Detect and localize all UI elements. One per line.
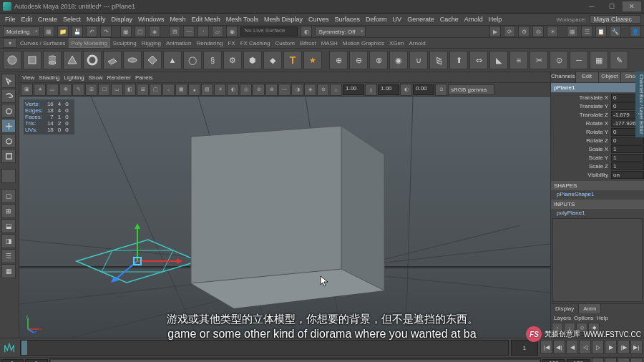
step-back-key-icon[interactable]: ◀| xyxy=(553,340,565,354)
outliner-layout-icon[interactable]: ☰ xyxy=(1,249,16,263)
shelf-tab-fx[interactable]: FX xyxy=(225,39,237,47)
undo-icon[interactable]: ↶ xyxy=(86,26,97,37)
new-scene-icon[interactable]: ▦ xyxy=(43,26,54,37)
menu-select[interactable]: Select xyxy=(61,16,83,23)
select-tool-icon[interactable] xyxy=(1,74,16,88)
shelf-tab-sculpting[interactable]: Sculpting xyxy=(111,39,139,47)
shelf-insertloop-icon[interactable]: ≡ xyxy=(509,51,528,69)
shelf-tab-xgen[interactable]: XGen xyxy=(387,39,406,47)
shelf-extract-icon[interactable]: ⊗ xyxy=(369,51,388,69)
shelf-tab-polymodeling[interactable]: Poly Modeling xyxy=(69,38,110,48)
shelf-tab-fxcaching[interactable]: FX Caching xyxy=(238,39,273,47)
shelf-pyramid-icon[interactable]: ▲ xyxy=(163,51,182,69)
shelf-pipe-icon[interactable]: ◯ xyxy=(183,51,202,69)
shelf-tab-curves[interactable]: Curves / Surfaces xyxy=(18,39,68,47)
shelf-tab-motiongraphics[interactable]: Motion Graphics xyxy=(341,39,386,47)
viewport[interactable]: Verts:1640 Edges:1840 Faces:710 Tris:142… xyxy=(19,97,550,338)
autokey-icon[interactable]: ● xyxy=(605,358,617,362)
four-pane-icon[interactable]: ⊞ xyxy=(1,204,16,218)
toggle-isolate-icon[interactable]: ◐ xyxy=(301,26,312,37)
menu-deform[interactable]: Deform xyxy=(364,16,389,23)
attr-value[interactable]: 1 xyxy=(611,154,644,162)
shelf-tab-rendering[interactable]: Rendering xyxy=(194,39,225,47)
step-fwd-key-icon[interactable]: |▶ xyxy=(618,340,630,354)
cb-tab-edit[interactable]: Edit xyxy=(576,72,599,82)
menu-create[interactable]: Create xyxy=(36,16,59,23)
shelf-combine-icon[interactable]: ⊕ xyxy=(329,51,348,69)
attr-label[interactable]: Rotate Z xyxy=(551,137,611,144)
shelf-superellipse-icon[interactable]: ◆ xyxy=(263,51,282,69)
cb-tab-channels[interactable]: Channels xyxy=(551,72,576,82)
attr-value[interactable]: 0 xyxy=(611,137,644,145)
attr-label[interactable]: Translate Y xyxy=(551,103,611,109)
menu-display[interactable]: Display xyxy=(109,16,135,23)
menu-generate[interactable]: Generate xyxy=(405,16,436,23)
range-end-field[interactable]: 120 xyxy=(542,359,565,362)
view-transform-dropdown[interactable]: sRGB gamma xyxy=(448,84,494,95)
shelf-svg-icon[interactable]: ★ xyxy=(303,51,322,69)
xray-icon[interactable]: ⊘ xyxy=(253,84,265,96)
no-live-surface[interactable]: No Live Surface xyxy=(240,26,298,36)
near-clip-field[interactable]: 1.00 xyxy=(343,84,364,95)
shelf-soccer-icon[interactable]: ⬢ xyxy=(243,51,262,69)
menu-uv[interactable]: UV xyxy=(391,16,404,23)
shelf-torus-icon[interactable] xyxy=(83,51,102,69)
isolate-icon[interactable]: ◎ xyxy=(240,84,252,96)
cb-input-node[interactable]: polyPlane1 xyxy=(551,209,644,217)
menu-curves[interactable]: Curves xyxy=(306,16,331,23)
safe-action-icon[interactable]: ▢ xyxy=(150,84,162,96)
panel-layout-icon[interactable]: ▦ xyxy=(567,26,578,37)
module-dropdown[interactable]: Modeling xyxy=(3,26,40,36)
menu-windows[interactable]: Windows xyxy=(136,16,167,23)
shelf-bevel-icon[interactable]: ◣ xyxy=(489,51,508,69)
tool-settings-toggle-icon[interactable]: 🔧 xyxy=(610,26,621,37)
shelf-disc-icon[interactable] xyxy=(123,51,142,69)
maximize-button[interactable]: ☐ xyxy=(602,1,621,11)
ipr-icon[interactable]: ⟳ xyxy=(504,26,515,37)
channelbox-toggle-icon[interactable]: ☰ xyxy=(581,26,592,37)
shelf-extrude-icon[interactable]: ⬆ xyxy=(449,51,468,69)
lights-icon[interactable]: ☀ xyxy=(214,84,226,96)
light-editor-icon[interactable]: ☀ xyxy=(547,26,558,37)
shelf-sphere-icon[interactable] xyxy=(3,51,21,69)
step-back-icon[interactable]: ◀ xyxy=(566,340,578,354)
shelf-helix-icon[interactable]: § xyxy=(203,51,222,69)
prefs-icon[interactable]: ⚙ xyxy=(618,358,630,362)
menu-cache[interactable]: Cache xyxy=(438,16,461,23)
select-component-icon[interactable]: ◈ xyxy=(149,26,160,37)
anim-start-field[interactable]: 1 xyxy=(1,359,24,362)
shelf-quaddraw-icon[interactable]: ▦ xyxy=(590,51,608,69)
attr-label[interactable]: Scale Y xyxy=(551,155,611,161)
shelf-separate-icon[interactable]: ⊖ xyxy=(349,51,368,69)
shadows-icon[interactable]: ◐ xyxy=(227,84,239,96)
grid-toggle-icon[interactable]: ⊞ xyxy=(85,84,97,96)
shelf-target-weld-icon[interactable]: ⊙ xyxy=(550,51,568,69)
color-mgmt-icon[interactable]: ⊙ xyxy=(435,84,447,96)
camera-select-icon[interactable]: ▣ xyxy=(21,84,33,96)
shelf-plane-icon[interactable] xyxy=(103,51,122,69)
shelf-smooth-icon[interactable]: ◉ xyxy=(389,51,408,69)
shelf-tab-arnold[interactable]: Arnold xyxy=(407,39,428,47)
attr-label[interactable]: Translate X xyxy=(551,94,611,101)
dof-icon[interactable]: ⊚ xyxy=(317,84,329,96)
scale-tool-icon[interactable] xyxy=(1,149,16,163)
go-end-icon[interactable]: ▶| xyxy=(630,340,643,354)
current-frame-field[interactable]: 1 xyxy=(511,340,538,356)
attr-label[interactable]: Translate Z xyxy=(551,112,611,118)
attr-value[interactable]: 1 xyxy=(611,145,644,153)
attribute-editor-tab[interactable]: Channel Box / Layer Editor xyxy=(635,72,644,137)
field-chart-icon[interactable]: ⊠ xyxy=(137,84,149,96)
shelf-tab-mash[interactable]: MASH xyxy=(319,39,340,47)
play-fwd-icon[interactable]: ▷ xyxy=(592,340,604,354)
two-pane-h-icon[interactable]: ⬓ xyxy=(1,219,16,233)
layer-tab-display[interactable]: Display xyxy=(551,304,579,313)
symmetry-dropdown[interactable]: Symmetry: Off xyxy=(315,26,366,36)
attr-label[interactable]: Rotate Y xyxy=(551,129,611,135)
panel-menu-shading[interactable]: Shading xyxy=(39,74,59,81)
char-set-icon[interactable]: ✮ xyxy=(630,358,643,362)
wireframe-icon[interactable]: ▦ xyxy=(175,84,187,96)
attr-label[interactable]: Visibility xyxy=(551,172,611,178)
menu-arnold[interactable]: Arnold xyxy=(462,16,485,23)
layer-menu-layers[interactable]: Layers xyxy=(554,315,571,321)
save-scene-icon[interactable]: 💾 xyxy=(72,26,83,37)
